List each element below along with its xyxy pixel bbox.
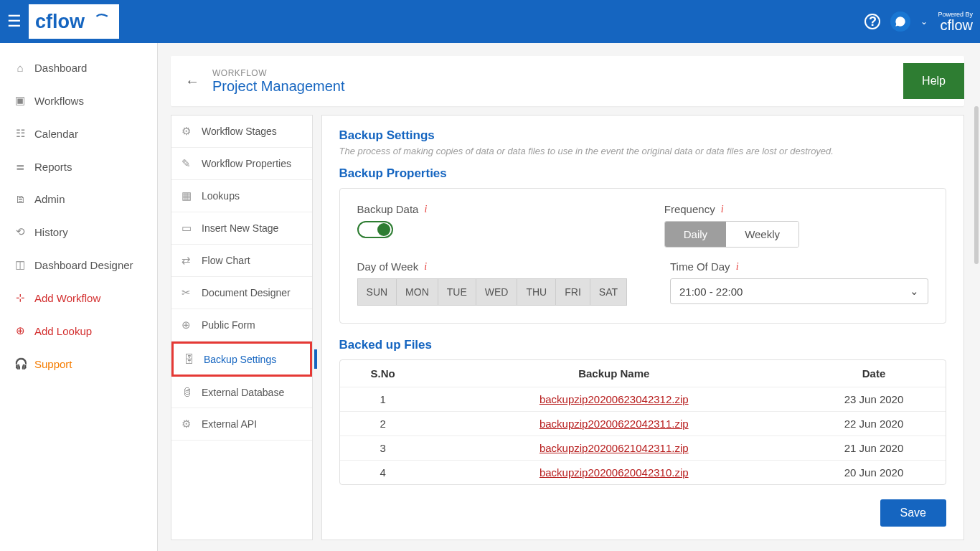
dashboard-icon: ⌂ [14, 62, 26, 74]
backup-link[interactable]: backupzip20200623042312.zip [540, 393, 689, 405]
backup-data-label: Backup Datai [357, 203, 621, 215]
sub-item-flow-chart[interactable]: ⇄Flow Chart [171, 245, 312, 277]
backup-settings-icon: 🗄 [184, 353, 197, 365]
sub-label: Insert New Stage [202, 222, 278, 234]
time-of-day-label: Time Of Dayi [670, 260, 928, 273]
save-button[interactable]: Save [880, 499, 946, 527]
backup-link[interactable]: backupzip20200621042311.zip [540, 442, 689, 454]
freq-weekly[interactable]: Weekly [726, 222, 798, 247]
sub-label: Workflow Stages [202, 126, 277, 137]
section-title: Backup Settings [339, 128, 946, 143]
external-database-icon: 🛢 [182, 386, 194, 398]
page-title: Project Management [212, 78, 345, 95]
sub-label: External API [202, 418, 257, 430]
cell-name: backupzip20200622042311.zip [426, 412, 802, 436]
nav-item-history[interactable]: ⟲History [0, 215, 157, 248]
info-icon[interactable]: i [424, 204, 427, 215]
sub-item-insert-new-stage[interactable]: ▭Insert New Stage [171, 212, 312, 245]
help-icon[interactable]: ? [864, 14, 880, 29]
sub-item-external-database[interactable]: 🛢External Database [171, 377, 312, 408]
cell-date: 20 Jun 2020 [802, 461, 946, 485]
workflow-stages-icon: ⚙ [182, 125, 194, 138]
nav-label: Add Lookup [34, 325, 92, 337]
workflow-properties-icon: ✎ [182, 157, 194, 170]
chevron-down-icon: ⌄ [910, 285, 919, 298]
backup-link[interactable]: backupzip20200620042310.zip [540, 466, 689, 479]
nav-item-dashboard-designer[interactable]: ◫Dashboard Designer [0, 248, 157, 281]
nav-item-reports[interactable]: ≣Reports [0, 150, 157, 183]
nav-item-add-workflow[interactable]: ⊹Add Workflow [0, 281, 157, 314]
history-icon: ⟲ [14, 225, 26, 238]
logo[interactable]: cflow [29, 4, 119, 39]
add-lookup-icon: ⊕ [14, 324, 26, 337]
sub-item-lookups[interactable]: ▦Lookups [171, 180, 312, 212]
col-s-no: S.No [340, 360, 426, 387]
sub-item-backup-settings[interactable]: 🗄Backup Settings [171, 342, 312, 377]
menu-icon[interactable]: ☰ [7, 12, 22, 31]
page-header: ← WORKFLOW Project Management Help [171, 56, 964, 106]
cell-sno: 2 [340, 412, 426, 436]
sub-label: Workflow Properties [202, 158, 291, 169]
nav-label: Admin [34, 193, 65, 205]
nav-item-support[interactable]: 🎧Support [0, 347, 157, 380]
time-of-day-select[interactable]: 21:00 - 22:00 ⌄ [670, 278, 928, 304]
cell-date: 22 Jun 2020 [802, 412, 946, 436]
table-row: 2backupzip20200622042311.zip22 Jun 2020 [340, 412, 946, 436]
files-title: Backed up Files [339, 338, 946, 352]
nav-label: Dashboard Designer [34, 259, 133, 271]
info-icon[interactable]: i [721, 204, 724, 215]
backup-data-toggle[interactable] [357, 221, 393, 238]
day-sat[interactable]: SAT [590, 278, 627, 306]
sub-label: Backup Settings [204, 354, 276, 365]
chat-icon[interactable] [890, 11, 910, 32]
cell-name: backupzip20200620042310.zip [426, 461, 802, 485]
sub-item-document-designer[interactable]: ✂Document Designer [171, 277, 312, 309]
info-icon[interactable]: i [424, 261, 427, 273]
day-selector: SUNMONTUEWEDTHUFRISAT [357, 278, 627, 306]
reports-icon: ≣ [14, 160, 26, 173]
insert-new-stage-icon: ▭ [182, 222, 194, 235]
col-backup-name: Backup Name [426, 360, 802, 387]
back-arrow-icon[interactable]: ← [185, 73, 199, 90]
day-mon[interactable]: MON [397, 278, 438, 306]
day-thu[interactable]: THU [517, 278, 556, 306]
main-nav: ⌂Dashboard▣Workflows☷Calendar≣Reports🗎Ad… [0, 43, 158, 551]
chevron-down-icon[interactable]: ⌄ [920, 17, 928, 27]
info-icon[interactable]: i [736, 261, 739, 273]
workflow-sub-nav: ⚙Workflow Stages✎Workflow Properties▦Loo… [171, 115, 313, 540]
day-fri[interactable]: FRI [556, 278, 590, 306]
support-icon: 🎧 [14, 357, 26, 370]
help-button[interactable]: Help [903, 63, 964, 99]
nav-item-admin[interactable]: 🗎Admin [0, 183, 157, 215]
col-date: Date [802, 360, 946, 387]
day-of-week-label: Day of Weeki [357, 260, 627, 273]
table-row: 1backupzip20200623042312.zip23 Jun 2020 [340, 387, 946, 412]
sub-item-external-api[interactable]: ⚙External API [171, 408, 312, 441]
section-subtitle: Backup Properties [339, 166, 946, 181]
sub-item-workflow-stages[interactable]: ⚙Workflow Stages [171, 116, 312, 148]
scrollbar[interactable] [974, 106, 979, 264]
nav-item-add-lookup[interactable]: ⊕Add Lookup [0, 314, 157, 347]
table-row: 4backupzip20200620042310.zip20 Jun 2020 [340, 461, 946, 485]
sub-label: Flow Chart [202, 255, 250, 266]
sub-item-public-form[interactable]: ⊕Public Form [171, 309, 312, 342]
sub-label: Document Designer [202, 287, 291, 298]
day-wed[interactable]: WED [476, 278, 518, 306]
freq-daily[interactable]: Daily [665, 222, 726, 247]
nav-item-calendar[interactable]: ☷Calendar [0, 117, 157, 150]
cell-date: 21 Jun 2020 [802, 436, 946, 461]
backup-link[interactable]: backupzip20200622042311.zip [540, 418, 689, 430]
admin-icon: 🗎 [14, 193, 26, 205]
day-tue[interactable]: TUE [438, 278, 476, 306]
nav-item-dashboard[interactable]: ⌂Dashboard [0, 52, 157, 84]
flow-chart-icon: ⇄ [182, 254, 194, 267]
powered-by: Powered By cflow [938, 11, 973, 32]
breadcrumb: WORKFLOW [212, 68, 345, 78]
day-sun[interactable]: SUN [357, 278, 397, 306]
sub-item-workflow-properties[interactable]: ✎Workflow Properties [171, 148, 312, 180]
nav-label: Reports [34, 161, 72, 173]
nav-item-workflows[interactable]: ▣Workflows [0, 84, 157, 117]
cell-sno: 4 [340, 461, 426, 485]
nav-label: Calendar [34, 128, 78, 140]
sub-label: Lookups [202, 190, 240, 202]
